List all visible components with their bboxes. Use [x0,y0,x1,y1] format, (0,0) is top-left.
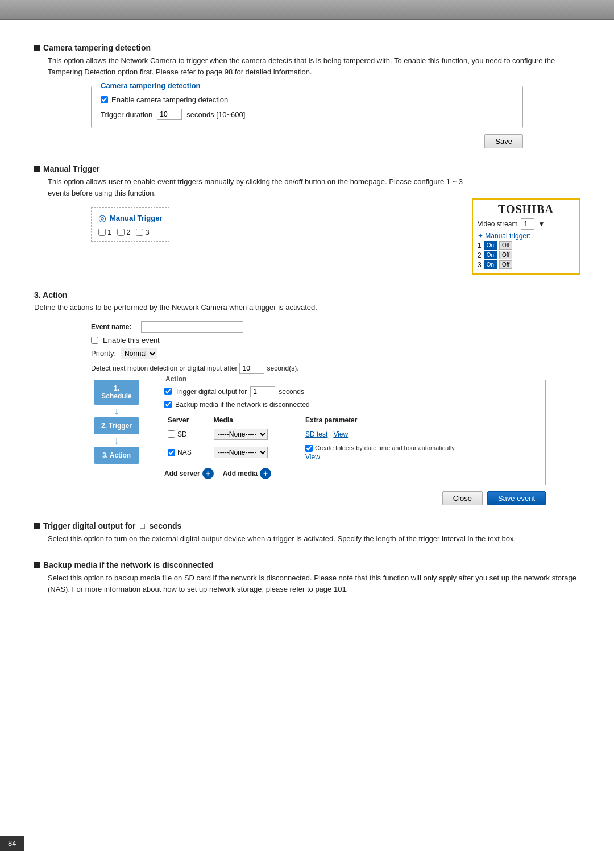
manual-trigger-box: ◎ Manual Trigger 1 2 3 [91,207,169,242]
trigger-num2-checkbox[interactable] [117,229,125,236]
priority-select[interactable]: Normal High Low [121,348,157,359]
toshiba-trigger-row-2: 2 On Off [478,251,574,259]
toshiba-off-btn-2[interactable]: Off [499,251,512,259]
nas-server-text: NAS [177,448,192,456]
backup-row: Backup media if the network is disconnec… [164,401,537,409]
nas-checkbox[interactable] [168,449,175,456]
priority-row: Priority: Normal High Low [91,348,546,359]
manual-trigger-title: Manual Trigger [43,164,100,173]
trigger-digital-unit: seconds [279,388,304,396]
page-number: 84 [0,836,24,851]
priority-label: Priority: [91,349,116,358]
backup-checkbox[interactable] [164,401,172,408]
nas-media-select[interactable]: -----None----- [214,447,268,458]
toshiba-on-btn-1[interactable]: On [484,241,497,250]
manual-trigger-section: Manual Trigger This option allows user t… [34,164,580,275]
sd-view-link[interactable]: View [333,430,348,438]
col-server: Server [164,414,210,426]
toshiba-trigger-label: ✦ Manual trigger: [473,231,579,240]
event-name-label: Event name: [91,323,136,331]
manual-trigger-checkboxes: 1 2 3 [98,228,162,236]
nas-label[interactable]: NAS [168,448,207,456]
event-form: Event name: Enable this event Priority: … [91,321,546,505]
add-server-icon: + [202,468,214,479]
sd-media-select[interactable]: -----None----- [214,429,268,440]
detect-input[interactable] [239,363,264,374]
nas-create-checkbox[interactable] [305,445,313,452]
detect-unit: second(s). [267,364,298,372]
backup-media-desc: Select this option to backup media file … [48,572,580,595]
event-name-input[interactable] [141,321,243,333]
add-media-label: Add media [223,470,258,477]
sd-label[interactable]: SD [168,430,207,438]
toshiba-brand: TOSHIBA [473,200,579,217]
sd-row: SD -----None----- SD test [164,426,537,442]
camera-tampering-box: Camera tampering detection Enable camera… [91,86,523,128]
trigger-digital-section-title: Trigger digital output for □ seconds [43,521,181,530]
trigger-duration-input[interactable] [157,109,182,120]
save-btn-row: Save [34,134,523,148]
toshiba-trigger-num-2: 2 [478,251,482,259]
toshiba-off-btn-3[interactable]: Off [499,260,512,269]
toshiba-on-btn-2[interactable]: On [484,251,497,259]
camera-tampering-title: Camera tampering detection [43,43,151,52]
toshiba-trigger-row-3: 3 On Off [478,260,574,269]
add-media-btn[interactable]: Add media + [223,468,271,479]
enable-tampering-row: Enable camera tampering detection [101,95,513,104]
toshiba-trigger-num-1: 1 [478,242,482,250]
add-server-btn[interactable]: Add server + [164,468,214,479]
close-save-row: Close Save event [91,491,546,505]
trigger-num1-checkbox[interactable] [98,229,106,236]
trigger-digital-input[interactable] [250,386,275,397]
toshiba-stream-row: Video stream ▼ [473,217,579,231]
toshiba-trigger-row-1: 1 On Off [478,241,574,250]
trigger-digital-section-desc: Select this option to turn on the extern… [48,533,580,545]
trigger-digital-row: Trigger digital output for seconds [164,386,537,397]
trigger-digital-label: Trigger digital output for [175,388,247,396]
bullet-icon [34,45,40,51]
step-action[interactable]: 3. Action [94,447,139,464]
trigger-num1-label[interactable]: 1 [98,228,111,236]
toshiba-trigger-num-3: 3 [478,261,482,269]
nas-view-link[interactable]: View [305,453,320,461]
toshiba-stream-label: Video stream [478,220,517,228]
detect-row: Detect next motion detection or digital … [91,363,546,374]
manual-trigger-box-title: Manual Trigger [110,214,162,222]
step-schedule[interactable]: 1. Schedule [94,380,139,405]
sd-test-link[interactable]: SD test [305,430,327,438]
trigger-num3-label[interactable]: 3 [136,228,149,236]
steps-sidebar: 1. Schedule ↓ 2. Trigger ↓ 3. Action [91,380,142,485]
trigger-num3-checkbox[interactable] [136,229,143,236]
toshiba-stream-dropdown-icon[interactable]: ▼ [538,220,545,228]
trigger-duration-row: Trigger duration seconds [10~600] [101,109,513,120]
toshiba-on-btn-3[interactable]: On [484,260,497,269]
enable-event-label: Enable this event [103,336,160,344]
top-bar [0,0,614,20]
close-button[interactable]: Close [442,491,483,505]
step-trigger[interactable]: 2. Trigger [94,417,139,434]
backup-media-title: Backup media if the network is disconnec… [43,560,214,570]
save-event-button[interactable]: Save event [487,491,546,505]
toshiba-widget: TOSHIBA Video stream ▼ ✦ Manual trigger:… [472,198,580,275]
trigger-digital-checkbox[interactable] [164,388,172,395]
trigger-duration-unit: seconds [10~600] [186,110,245,119]
save-button[interactable]: Save [484,134,523,148]
trigger-digital-bullet [34,523,40,529]
camera-tampering-desc: This option allows the Network Camera to… [48,55,580,78]
add-row: Add server + Add media + [164,468,537,479]
toshiba-off-btn-1[interactable]: Off [499,241,512,250]
nas-create-label: Create folders by date time and hour aut… [305,445,534,452]
backup-media-bullet [34,562,40,568]
camera-tampering-box-title: Camera tampering detection [98,81,203,90]
toshiba-stream-input[interactable] [521,218,534,230]
step-arrow-1: ↓ [114,406,119,416]
action-main-layout: 1. Schedule ↓ 2. Trigger ↓ 3. Action Act… [91,380,546,485]
enable-event-row: Enable this event [91,336,546,344]
sd-checkbox[interactable] [168,430,175,438]
enable-event-checkbox[interactable] [91,337,98,344]
action-panel-title: Action [163,375,189,383]
manual-trigger-bullet [34,166,40,172]
enable-tampering-checkbox[interactable] [101,96,108,103]
step-arrow-2: ↓ [114,435,119,446]
trigger-num2-label[interactable]: 2 [117,228,130,236]
